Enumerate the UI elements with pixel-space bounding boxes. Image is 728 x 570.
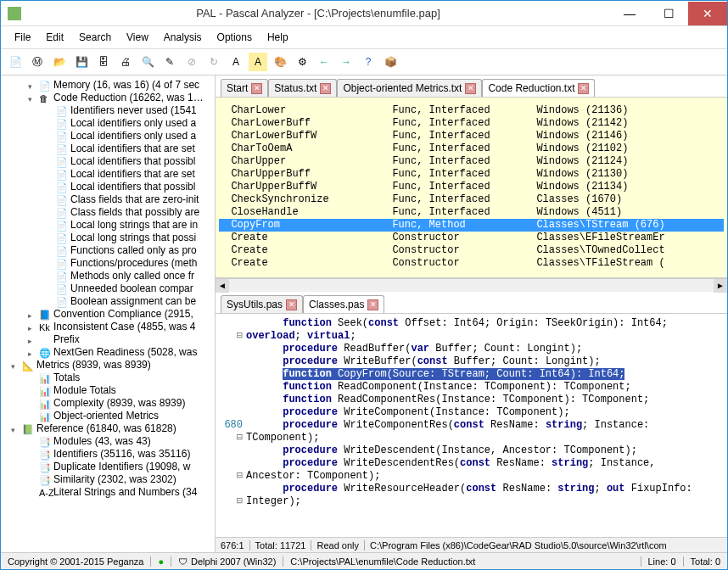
- tree-item[interactable]: A-ZLiteral Strings and Numbers (34: [3, 486, 213, 499]
- src-mode: Read only: [311, 540, 365, 550]
- report-line[interactable]: CharUpperBuffWFunc, InterfacedWindows (2…: [219, 181, 724, 193]
- report-line[interactable]: CharToOemAFunc, InterfacedWindows (21102…: [219, 142, 724, 155]
- tree-item[interactable]: 📄Class fields that are zero-init: [3, 193, 213, 206]
- tree-item[interactable]: ▾📗Reference (61840, was 61828): [3, 422, 213, 435]
- tab-close-icon[interactable]: ✕: [465, 83, 476, 94]
- menu-analysis[interactable]: Analysis: [157, 30, 209, 45]
- back-icon[interactable]: ←: [315, 53, 333, 71]
- menu-file[interactable]: File: [8, 30, 37, 45]
- tree-item[interactable]: 📄Class fields that possibly are: [3, 206, 213, 219]
- refresh-icon[interactable]: ↻: [204, 53, 223, 71]
- tree-item[interactable]: ▾📄Memory (16, was 16) (4 of 7 sec: [3, 79, 213, 92]
- report-line[interactable]: CopyFromFunc, MethodClasses\TStream (676…: [219, 219, 724, 232]
- tab-close-icon[interactable]: ✕: [251, 83, 262, 94]
- tree-item[interactable]: 📊Object-oriented Metrics: [3, 410, 213, 422]
- menu-view[interactable]: View: [120, 30, 155, 45]
- tab-close-icon[interactable]: ✕: [286, 299, 297, 310]
- report-line[interactable]: CheckSynchronizeFunc, InterfacedClasses …: [219, 193, 724, 206]
- module-icon[interactable]: Ⓜ: [28, 53, 47, 71]
- report-line[interactable]: CloseHandleFunc, InterfacedWindows (4511…: [219, 206, 724, 219]
- source-tabs: SysUtils.pas✕Classes.pas✕: [216, 292, 727, 314]
- status-led: ●: [151, 556, 171, 567]
- report-line[interactable]: CreateConstructorClasses\TOwnedCollect: [219, 244, 724, 257]
- tree-item[interactable]: ▾📐Metrics (8939, was 8939): [3, 359, 213, 372]
- status-copyright: Copyright © 2001-2015 Peganza: [1, 556, 151, 567]
- save-icon[interactable]: 💾: [72, 53, 91, 71]
- palette-icon[interactable]: 🎨: [271, 53, 289, 71]
- tree-item[interactable]: 📄Local long strings that are in: [3, 219, 213, 232]
- saveall-icon[interactable]: 🗄: [94, 53, 113, 71]
- tree-item[interactable]: 📄Local long strings that possi: [3, 232, 213, 244]
- hscrollbar[interactable]: ◄ ►: [216, 278, 727, 292]
- tree-panel[interactable]: ▾📄Memory (16, was 16) (4 of 7 sec▾🗑Code …: [1, 75, 216, 552]
- tree-item[interactable]: 📊Complexity (8939, was 8939): [3, 397, 213, 410]
- report-tab[interactable]: Status.txt✕: [268, 79, 337, 97]
- tree-item[interactable]: 📑Duplicate Identifiers (19098, w: [3, 461, 213, 473]
- tree-item[interactable]: 📄Local identifiers only used a: [3, 130, 213, 142]
- help-icon[interactable]: ?: [359, 53, 378, 71]
- report-tab[interactable]: Code Reduction.txt✕: [482, 79, 595, 97]
- tree-item[interactable]: 📄Local identifiers that possibl: [3, 155, 213, 168]
- source-view[interactable]: function Seek(const Offset: Int64; Origi…: [216, 314, 727, 537]
- report-line[interactable]: CharUpperFunc, InterfacedWindows (21124): [219, 155, 724, 168]
- report-line[interactable]: CharLowerFunc, InterfacedWindows (21136): [219, 104, 724, 117]
- report-line[interactable]: CharUpperBuffFunc, InterfacedWindows (21…: [219, 168, 724, 181]
- report-line[interactable]: CharLowerBuffWFunc, InterfacedWindows (2…: [219, 130, 724, 142]
- tree-item[interactable]: ▸🌐NextGen Readiness (5028, was: [3, 346, 213, 359]
- menu-edit[interactable]: Edit: [39, 30, 70, 45]
- wand-icon[interactable]: ✎: [160, 53, 179, 71]
- new-icon[interactable]: 📄: [6, 53, 25, 71]
- maximize-button[interactable]: ☐: [649, 2, 688, 25]
- tree-item[interactable]: 📄Unneeded boolean compar: [3, 282, 213, 295]
- scroll-right-icon[interactable]: ►: [714, 279, 727, 293]
- tree-item[interactable]: ▸📘Convention Compliance (2915,: [3, 308, 213, 321]
- tree-item[interactable]: 📑Modules (43, was 43): [3, 435, 213, 448]
- scroll-left-icon[interactable]: ◄: [216, 279, 229, 293]
- report-tab[interactable]: Start✕: [221, 79, 268, 97]
- minimize-button[interactable]: —: [610, 2, 649, 25]
- menu-options[interactable]: Options: [210, 30, 259, 45]
- report-view[interactable]: CharLowerFunc, InterfacedWindows (21136)…: [216, 98, 727, 278]
- app-icon: [8, 7, 21, 20]
- tab-close-icon[interactable]: ✕: [367, 299, 378, 310]
- tree-item[interactable]: 📄Local identifiers that possibl: [3, 181, 213, 193]
- search-icon[interactable]: 🔍: [138, 53, 157, 71]
- print-icon[interactable]: 🖨: [116, 53, 135, 71]
- src-total: Total: 11721: [250, 540, 312, 550]
- box-icon[interactable]: 📦: [381, 53, 400, 71]
- tree-item[interactable]: 📊Module Totals: [3, 384, 213, 397]
- menu-help[interactable]: Help: [260, 30, 295, 45]
- tree-item[interactable]: ▸Prefix: [3, 333, 213, 346]
- close-button[interactable]: ✕: [688, 2, 727, 25]
- report-line[interactable]: CreateConstructorClasses\EFileStreamEr: [219, 232, 724, 244]
- open-icon[interactable]: 📂: [50, 53, 69, 71]
- tree-item[interactable]: ▸KkInconsistent Case (4855, was 4: [3, 321, 213, 333]
- source-tab[interactable]: Classes.pas✕: [303, 295, 384, 313]
- source-tab[interactable]: SysUtils.pas✕: [221, 295, 303, 313]
- tree-item[interactable]: 📑Identifiers (35116, was 35116): [3, 448, 213, 461]
- tree-item[interactable]: 📄Identifiers never used (1541: [3, 104, 213, 117]
- tree-item[interactable]: 📊Totals: [3, 372, 213, 384]
- tree-item[interactable]: 📄Functions/procedures (meth: [3, 257, 213, 270]
- forward-icon[interactable]: →: [337, 53, 356, 71]
- stop-icon[interactable]: ⊘: [182, 53, 201, 71]
- tree-item[interactable]: 📄Methods only called once fr: [3, 270, 213, 282]
- tree-item[interactable]: 📑Similarity (2302, was 2302): [3, 473, 213, 486]
- menu-search[interactable]: Search: [72, 30, 118, 45]
- tree-item[interactable]: 📄Local identifiers that are set: [3, 142, 213, 155]
- tree-item[interactable]: 📄Boolean assignment can be: [3, 295, 213, 308]
- report-line[interactable]: CreateConstructorClasses\TFileStream (: [219, 257, 724, 270]
- report-tab[interactable]: Object-oriented Metrics.txt✕: [337, 79, 482, 97]
- tab-close-icon[interactable]: ✕: [320, 83, 331, 94]
- font-icon[interactable]: A: [227, 53, 245, 71]
- gear-icon[interactable]: ⚙: [293, 53, 311, 71]
- tree-item[interactable]: ▾🗑Code Reduction (16262, was 1…: [3, 92, 213, 104]
- highlight-icon[interactable]: A: [249, 53, 267, 71]
- status-line: Line: 0: [641, 556, 684, 567]
- source-statusbar: 676:1 Total: 11721 Read only C:\Program …: [216, 537, 727, 552]
- tree-item[interactable]: 📄Local identifiers only used a: [3, 117, 213, 130]
- report-line[interactable]: CharLowerBuffFunc, InterfacedWindows (21…: [219, 117, 724, 130]
- tab-close-icon[interactable]: ✕: [578, 83, 589, 94]
- tree-item[interactable]: 📄Local identifiers that are set: [3, 168, 213, 181]
- tree-item[interactable]: 📄Functions called only as pro: [3, 244, 213, 257]
